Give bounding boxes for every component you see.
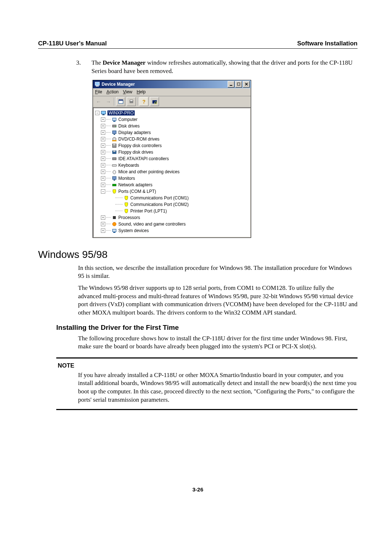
menu-action[interactable]: Action bbox=[106, 89, 118, 94]
computer-icon bbox=[94, 81, 100, 87]
note-text: If you have already installed a CP-118U … bbox=[78, 371, 358, 404]
tree-item[interactable]: Disk drives bbox=[118, 123, 140, 129]
paragraph-3: The following procedure shows how to ins… bbox=[78, 335, 358, 351]
scan-hardware-icon[interactable] bbox=[150, 97, 159, 106]
menu-help[interactable]: Help bbox=[137, 89, 146, 94]
step-text: The Device Manager window refreshes auto… bbox=[91, 59, 358, 76]
note-block: NOTE If you have already installed a CP-… bbox=[56, 357, 358, 410]
tree-item[interactable]: Network adapters bbox=[118, 182, 152, 187]
subsection-installing: Installing the Driver for the First Time bbox=[56, 324, 358, 332]
computer-icon bbox=[111, 117, 117, 122]
kb-icon bbox=[111, 162, 117, 168]
svg-rect-13 bbox=[113, 121, 115, 122]
svg-rect-34 bbox=[113, 232, 115, 233]
floppy-icon bbox=[111, 143, 117, 149]
tree-item[interactable]: DVD/CD-ROM drives bbox=[118, 137, 159, 142]
svg-point-27 bbox=[113, 170, 116, 174]
svg-rect-0 bbox=[95, 82, 99, 85]
expand-icon[interactable]: + bbox=[101, 170, 105, 174]
svg-rect-11 bbox=[102, 114, 105, 115]
expand-icon[interactable]: + bbox=[101, 157, 105, 161]
tree-item[interactable]: Communications Port (COM2) bbox=[130, 202, 189, 207]
maximize-button[interactable] bbox=[235, 81, 242, 88]
toolbar: ← → ? bbox=[93, 96, 251, 108]
tree-item[interactable]: Keyboards bbox=[118, 163, 139, 168]
expand-icon[interactable]: + bbox=[101, 130, 105, 135]
tree-item[interactable]: IDE ATA/ATAPI controllers bbox=[118, 156, 169, 161]
minimize-button[interactable] bbox=[228, 81, 234, 88]
forward-button[interactable]: → bbox=[104, 97, 113, 106]
svg-rect-28 bbox=[113, 177, 116, 179]
properties-icon[interactable] bbox=[116, 97, 125, 106]
menu-file[interactable]: File bbox=[95, 89, 102, 94]
expand-icon[interactable]: + bbox=[101, 124, 105, 128]
device-tree[interactable]: − WINXP-PRO +Computer+Disk drives+Displa… bbox=[93, 108, 251, 238]
tree-item[interactable]: Floppy disk drives bbox=[118, 150, 153, 155]
net-icon bbox=[111, 182, 117, 188]
menu-view[interactable]: View bbox=[123, 89, 132, 94]
header-right: Software Installation bbox=[297, 40, 358, 47]
note-label: NOTE bbox=[58, 362, 358, 369]
collapse-icon[interactable]: − bbox=[101, 189, 105, 194]
tree-item[interactable]: Printer Port (LPT1) bbox=[130, 208, 167, 214]
help-icon[interactable]: ? bbox=[139, 97, 148, 106]
step-3: 3. The Device Manager window refreshes a… bbox=[76, 59, 358, 76]
ide-icon bbox=[111, 156, 117, 162]
svg-rect-26 bbox=[112, 165, 117, 166]
expand-icon[interactable]: + bbox=[101, 117, 105, 122]
expand-icon[interactable]: + bbox=[101, 222, 105, 226]
svg-point-32 bbox=[113, 222, 116, 226]
expand-icon[interactable]: + bbox=[101, 215, 105, 220]
svg-rect-16 bbox=[113, 131, 116, 134]
tree-item[interactable]: Display adapters bbox=[118, 130, 151, 135]
svg-rect-33 bbox=[113, 229, 116, 232]
tree-root[interactable]: WINXP-PRO bbox=[107, 110, 135, 116]
display-icon bbox=[111, 130, 117, 135]
svg-rect-1 bbox=[96, 86, 99, 86]
svg-rect-31 bbox=[113, 216, 116, 219]
sound-icon bbox=[111, 221, 117, 227]
expand-icon[interactable]: + bbox=[101, 183, 105, 187]
expand-icon[interactable]: + bbox=[101, 163, 105, 167]
svg-rect-30 bbox=[113, 184, 116, 186]
svg-rect-24 bbox=[113, 151, 115, 152]
ports-icon bbox=[111, 189, 117, 194]
print-icon[interactable] bbox=[127, 97, 136, 106]
port-icon bbox=[123, 208, 129, 214]
svg-rect-20 bbox=[112, 140, 117, 141]
svg-rect-2 bbox=[230, 85, 232, 86]
tree-item[interactable]: Mice and other pointing devices bbox=[118, 169, 180, 174]
svg-rect-5 bbox=[119, 100, 123, 101]
expand-icon[interactable]: + bbox=[101, 137, 105, 141]
close-button[interactable]: ✕ bbox=[243, 81, 250, 88]
tree-item[interactable]: Computer bbox=[118, 117, 138, 122]
collapse-icon[interactable]: − bbox=[95, 111, 99, 115]
expand-icon[interactable]: + bbox=[101, 228, 105, 233]
tree-item[interactable]: Processors bbox=[118, 215, 140, 220]
paragraph-1: In this section, we describe the install… bbox=[78, 264, 358, 280]
svg-rect-17 bbox=[114, 134, 115, 135]
tree-item[interactable]: Ports (COM & LPT) bbox=[118, 189, 156, 194]
window-title: Device Manager bbox=[102, 82, 135, 87]
tree-item[interactable]: Monitors bbox=[118, 176, 135, 181]
svg-point-15 bbox=[115, 126, 116, 127]
dvd-icon bbox=[111, 136, 117, 142]
svg-rect-12 bbox=[113, 118, 116, 121]
tree-item[interactable]: Floppy disk controllers bbox=[118, 143, 162, 148]
tree-item[interactable]: System devices bbox=[118, 228, 149, 233]
expand-icon[interactable]: + bbox=[101, 150, 105, 154]
port-icon bbox=[123, 195, 129, 201]
cpu-icon bbox=[111, 215, 117, 220]
svg-rect-10 bbox=[101, 111, 106, 114]
tree-item[interactable]: Sound, video and game controllers bbox=[118, 222, 185, 227]
port-icon bbox=[123, 202, 129, 207]
page-header: CP-118U User's Manual Software Installat… bbox=[38, 40, 358, 49]
window-titlebar[interactable]: Device Manager ✕ bbox=[93, 80, 251, 88]
expand-icon[interactable]: + bbox=[101, 176, 105, 181]
disk-icon bbox=[111, 123, 117, 129]
page-number: 3-26 bbox=[38, 486, 358, 493]
mon-icon bbox=[111, 175, 117, 181]
tree-item[interactable]: Communications Port (COM1) bbox=[130, 195, 189, 200]
expand-icon[interactable]: + bbox=[101, 143, 105, 148]
back-button[interactable]: ← bbox=[94, 97, 103, 106]
